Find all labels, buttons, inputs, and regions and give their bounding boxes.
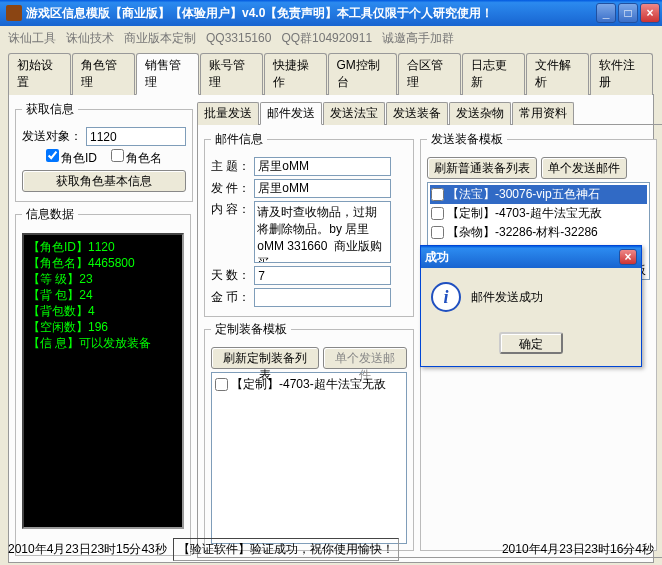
send-single-equip-button[interactable]: 单个发送邮件 [541,157,627,179]
sub-tab[interactable]: 批量发送 [197,102,259,125]
list-item[interactable]: 【杂物】-32286-材料-32286 [430,223,647,242]
get-role-info-button[interactable]: 获取角色基本信息 [22,170,186,192]
sub-tab[interactable]: 发送法宝 [323,102,385,125]
main-tabs: 初始设置角色管理销售管理账号管理快捷操作GM控制台合区管理日志更新文件解析软件注… [8,52,654,95]
role-id-checkbox[interactable]: 角色ID [46,149,97,167]
main-tab[interactable]: 初始设置 [8,53,71,95]
info-data-group: 信息数据 【角色ID】1120【角色名】4465800【等 级】23【背 包】2… [15,206,191,556]
main-tab[interactable]: 软件注册 [590,53,653,95]
days-input[interactable] [254,266,391,285]
dialog-titlebar: 成功 × [421,246,641,268]
menubar: 诛仙工具诛仙技术商业版本定制QQ3315160QQ群104920911诚邀高手加… [0,26,662,48]
main-tab[interactable]: 快捷操作 [264,53,327,95]
send-target-label: 发送对象： [22,128,82,145]
minimize-button[interactable]: _ [596,3,616,23]
menu-item[interactable]: 诛仙工具 [8,31,56,45]
menu-item[interactable]: QQ群104920911 [281,31,372,45]
subject-input[interactable] [254,157,391,176]
sub-tab[interactable]: 发送装备 [386,102,448,125]
gold-input[interactable] [254,288,391,307]
titlebar: 游戏区信息模版【商业版】【体验用户】v4.0【免责声明】本工具仅限于个人研究使用… [0,0,662,26]
list-item[interactable]: 【法宝】-30076-vip五色神石 [430,185,647,204]
dialog-close-button[interactable]: × [619,249,637,265]
statusbar: 2010年4月23日23时15分43秒 【验证软件】验证成功，祝你使用愉快！ 2… [8,538,654,561]
main-tab[interactable]: 文件解析 [526,53,589,95]
status-verify: 【验证软件】验证成功，祝你使用愉快！ [173,538,399,561]
sub-tab[interactable]: 发送杂物 [449,102,511,125]
send-single-custom-button[interactable]: 单个发送邮件 [323,347,407,369]
sub-tab[interactable]: 邮件发送 [260,102,322,125]
close-button[interactable]: × [640,3,660,23]
maximize-button[interactable]: □ [618,3,638,23]
menu-item[interactable]: QQ3315160 [206,31,271,45]
refresh-equip-button[interactable]: 刷新普通装备列表 [427,157,537,179]
custom-template-group: 定制装备模板 刷新定制装备列表 单个发送邮件 【定制】-4703-超牛法宝无敌 [204,321,414,551]
main-tab[interactable]: 销售管理 [136,53,199,95]
custom-listbox[interactable]: 【定制】-4703-超牛法宝无敌 [211,372,407,544]
window-title: 游戏区信息模版【商业版】【体验用户】v4.0【免责声明】本工具仅限于个人研究使用… [26,5,596,22]
main-tab[interactable]: 日志更新 [462,53,525,95]
success-dialog: 成功 × i 邮件发送成功 确定 [420,245,642,367]
main-tab[interactable]: GM控制台 [328,53,398,95]
list-item[interactable]: 【定制】-4703-超牛法宝无敌 [430,204,647,223]
main-tab[interactable]: 合区管理 [398,53,461,95]
sender-input[interactable] [254,179,391,198]
refresh-custom-button[interactable]: 刷新定制装备列表 [211,347,319,369]
dialog-ok-button[interactable]: 确定 [499,332,563,354]
list-item[interactable]: 【定制】-4703-超牛法宝无敌 [214,375,404,394]
get-info-group: 获取信息 发送对象： 角色ID 角色名 获取角色基本信息 [15,101,193,202]
app-icon [6,5,22,21]
sub-tabs: 批量发送邮件发送发送法宝发送装备发送杂物常用资料 [197,101,662,124]
status-time-left: 2010年4月23日23时15分43秒 [8,541,167,558]
info-console: 【角色ID】1120【角色名】4465800【等 级】23【背 包】24【背包数… [22,233,184,529]
info-icon: i [431,282,461,312]
dialog-message: 邮件发送成功 [471,289,543,306]
main-tab[interactable]: 角色管理 [72,53,135,95]
send-target-input[interactable] [86,127,186,146]
menu-item[interactable]: 诛仙技术 [66,31,114,45]
menu-item[interactable]: 商业版本定制 [124,31,196,45]
content-textarea[interactable] [254,201,391,263]
sub-tab[interactable]: 常用资料 [512,102,574,125]
mail-info-group: 邮件信息 主 题： 发 件： 内 容： 天 数： 金 币： [204,131,414,317]
menu-item[interactable]: 诚邀高手加群 [382,31,454,45]
main-tab[interactable]: 账号管理 [200,53,263,95]
role-name-checkbox[interactable]: 角色名 [111,149,162,167]
status-time-right: 2010年4月23日23时16分4秒 [502,541,654,558]
